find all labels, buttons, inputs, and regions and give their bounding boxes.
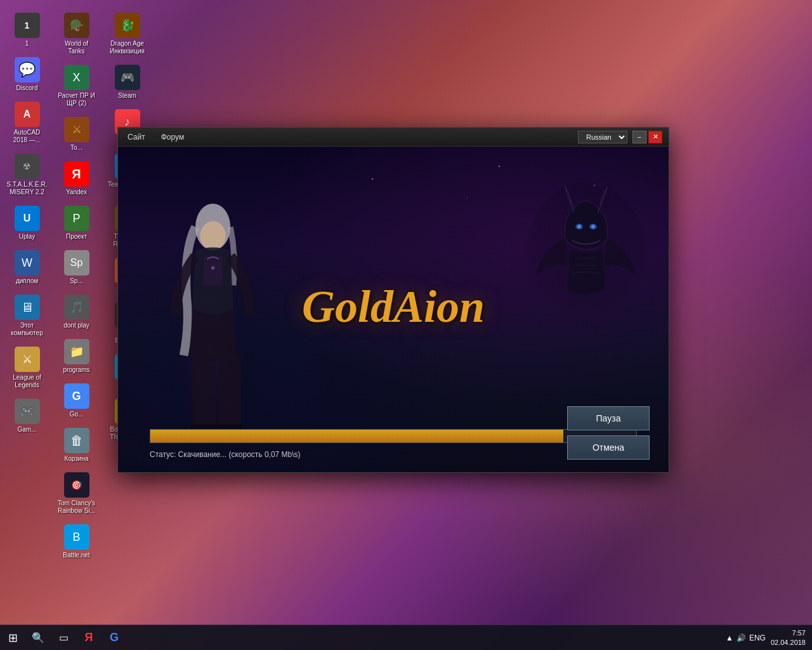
taskbar-search[interactable]: 🔍	[27, 627, 49, 649]
svg-point-2	[200, 221, 225, 250]
svg-point-7	[211, 266, 215, 270]
desktop-icon-total[interactable]: ⚔ To...	[53, 114, 100, 155]
taskbar-right: ▲ 🔊 ENG 7:57 02.04.2018	[726, 628, 812, 647]
desktop-icon-calc[interactable]: X Расчет ПР И ЩР (2)	[53, 62, 100, 110]
chevron-icon[interactable]: ▲	[726, 633, 733, 642]
desktop-icon-autocad[interactable]: A AutoCAD 2018 —...	[3, 98, 51, 147]
desktop-icon-lol[interactable]: ⚔ League of Legends	[3, 343, 51, 392]
language-indicator[interactable]: ENG	[749, 633, 766, 642]
desktop-icon-g[interactable]: G Go...	[53, 380, 100, 421]
window-titlebar: Сайт Форум Russian English − ✕	[118, 128, 669, 147]
taskbar-g[interactable]: G	[103, 627, 126, 649]
desktop-icon-diploma[interactable]: W диплом	[3, 247, 51, 288]
taskbar-task-view[interactable]: ▭	[52, 627, 75, 649]
desktop-icon-project[interactable]: P Проект	[53, 202, 100, 244]
desktop-icon-sp[interactable]: Sp Sp...	[53, 247, 100, 288]
window-controls: Russian English − ✕	[578, 131, 662, 143]
svg-point-12	[591, 225, 595, 229]
desktop-icon-one[interactable]: 1 1	[3, 10, 51, 51]
start-button[interactable]: ⊞	[0, 625, 25, 651]
game-title: GoldAion	[302, 281, 485, 333]
close-button[interactable]: ✕	[648, 131, 662, 143]
system-tray: ▲ 🔊 ENG	[726, 633, 766, 642]
dragon-art	[516, 159, 656, 350]
pause-button[interactable]: Пауза	[567, 406, 650, 430]
desktop-icon-trash[interactable]: 🗑 Корзина	[53, 425, 100, 466]
progress-bar	[150, 430, 563, 442]
star-decoration	[372, 178, 373, 180]
svg-rect-4	[218, 355, 241, 425]
progress-container	[150, 429, 637, 443]
action-buttons: Пауза Отмена	[567, 406, 650, 460]
desktop-icon-stalker[interactable]: ☢ S.T.A.L.K.E.R. MISERY 2.2	[3, 150, 51, 199]
desktop-icon-dragon[interactable]: 🐉 Dragon Age Инквизиция	[103, 10, 151, 58]
desktop-icon-wot[interactable]: 🪖 World of Tanks	[53, 10, 100, 58]
minimize-button[interactable]: −	[632, 131, 646, 143]
window-menu: Сайт Форум	[124, 131, 578, 143]
download-section: Статус: Скачивание... (скорость 0,07 Mb\…	[150, 429, 637, 460]
desktop-icon-discord[interactable]: 💬 Discord	[3, 54, 51, 95]
desktop-icon-uplay[interactable]: U Uplay	[3, 202, 51, 244]
desktop: 1 1 💬 Discord A AutoCAD 2018 —... ☢ S.T.…	[0, 0, 812, 650]
star-decoration	[467, 197, 468, 198]
time-display: 7:57	[771, 628, 806, 637]
menu-site[interactable]: Сайт	[124, 131, 148, 143]
svg-rect-3	[192, 355, 216, 425]
status-text: Статус: Скачивание... (скорость 0,07 Mb\…	[150, 450, 301, 459]
desktop-icons-area: 1 1 💬 Discord A AutoCAD 2018 —... ☢ S.T.…	[0, 6, 51, 603]
cancel-button[interactable]: Отмена	[567, 435, 650, 460]
language-selector[interactable]: Russian English	[578, 131, 627, 143]
date-display: 02.04.2018	[771, 638, 806, 647]
menu-forum[interactable]: Форум	[158, 131, 187, 143]
desktop-icon-programs[interactable]: 📁 programs	[53, 336, 100, 377]
desktop-icon-rainbow[interactable]: 🎯 Tom Clancy's Rainbow Si...	[53, 469, 100, 518]
taskbar-yandex[interactable]: Я	[77, 627, 100, 649]
desktop-icon-battlenet[interactable]: B Battle.net	[53, 521, 100, 562]
desktop-icon-yandex[interactable]: Я Yandex	[53, 158, 100, 199]
taskbar: ⊞ 🔍 ▭ Я G ▲ 🔊 ENG 7:57 02.04.2018	[0, 625, 812, 650]
desktop-icons-area-2: 🪖 World of Tanks X Расчет ПР И ЩР (2) ⚔ …	[49, 6, 102, 603]
desktop-icon-dontplay[interactable]: 🎵 dont play	[53, 291, 100, 333]
desktop-icon-steam[interactable]: 🎮 Steam	[103, 62, 151, 103]
desktop-icon-computer[interactable]: 🖥 Этот компьютер	[3, 291, 51, 340]
character-art	[131, 180, 289, 472]
svg-point-11	[577, 225, 581, 229]
window-content: GoldAion Статус: Скачивание... (скорость…	[118, 147, 669, 472]
star-decoration	[499, 166, 500, 167]
speaker-icon[interactable]: 🔊	[737, 633, 746, 642]
app-window: Сайт Форум Russian English − ✕	[117, 127, 669, 473]
desktop-icon-game[interactable]: 🎮 Gam...	[3, 395, 51, 437]
clock: 7:57 02.04.2018	[771, 628, 806, 647]
